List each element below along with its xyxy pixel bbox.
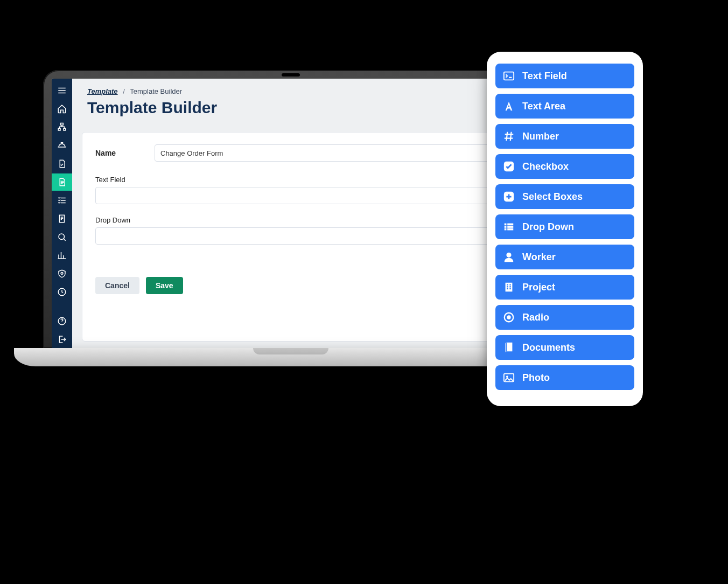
file-lines-icon	[57, 177, 67, 187]
save-button[interactable]: Save	[146, 277, 183, 294]
svg-point-5	[61, 272, 63, 274]
palette-item-plusbox[interactable]: Select Boxes	[495, 184, 634, 209]
palette-item-check[interactable]: Checkbox	[495, 154, 634, 179]
svg-rect-2	[64, 128, 66, 130]
sidebar-item-security[interactable]	[52, 265, 72, 282]
app-window: Template / Template Builder Template Bui…	[52, 79, 530, 348]
main-content: Template / Template Builder Template Bui…	[72, 79, 530, 348]
list-icon	[503, 221, 515, 233]
breadcrumb-current: Template Builder	[130, 87, 182, 95]
palette-item-label: Documents	[522, 342, 575, 353]
name-row: Name	[95, 144, 507, 162]
palette-item-list[interactable]: Drop Down	[495, 214, 634, 239]
clock-icon	[57, 287, 67, 297]
palette-item-label: Worker	[522, 252, 556, 263]
svg-point-4	[59, 234, 65, 240]
help-icon	[57, 316, 67, 326]
canvas-field[interactable]: Text Field	[95, 176, 507, 204]
breadcrumb-separator: /	[123, 87, 125, 95]
radio-icon	[503, 311, 515, 323]
plusbox-icon	[503, 191, 515, 203]
palette-item-user[interactable]: Worker	[495, 245, 634, 269]
page-header: Template / Template Builder Template Bui…	[72, 79, 530, 127]
search-icon	[57, 232, 67, 242]
sidebar-item-templates[interactable]	[52, 173, 72, 191]
laptop-base	[14, 348, 568, 366]
laptop-device: Template / Template Builder Template Bui…	[43, 70, 538, 366]
font-icon	[503, 100, 515, 112]
field-label: Drop Down	[95, 216, 507, 224]
shield-icon	[57, 269, 67, 279]
building-icon	[503, 281, 515, 293]
sidebar	[52, 79, 72, 348]
palette-item-label: Checkbox	[522, 161, 569, 172]
sidebar-item-reports[interactable]	[52, 210, 72, 227]
sidebar-item-safety[interactable]	[52, 137, 72, 154]
canvas-field[interactable]: Drop Down	[95, 216, 507, 245]
sidebar-item-history[interactable]	[52, 283, 72, 301]
logout-icon	[57, 335, 67, 344]
palette-item-label: Project	[522, 282, 555, 293]
hardhat-icon	[57, 141, 67, 150]
document-check-icon	[57, 159, 67, 169]
sidebar-item-tasks[interactable]	[52, 192, 72, 209]
palette-item-label: Number	[522, 131, 559, 142]
dropdown-field-input[interactable]	[95, 227, 507, 245]
palette-item-font[interactable]: Text Area	[495, 94, 634, 119]
sidebar-item-search[interactable]	[52, 228, 72, 246]
check-icon	[503, 161, 515, 172]
book-icon	[503, 342, 515, 353]
checklist-icon	[57, 196, 67, 205]
sidebar-item-analytics[interactable]	[52, 247, 72, 264]
breadcrumb-root-link[interactable]: Template	[87, 87, 118, 95]
palette-item-terminal[interactable]: Text Field	[495, 64, 634, 88]
field-palette: Text FieldText AreaNumberCheckboxSelect …	[487, 52, 643, 406]
menu-icon	[57, 86, 67, 95]
org-chart-icon	[57, 122, 67, 132]
palette-item-book[interactable]: Documents	[495, 335, 634, 360]
palette-item-label: Radio	[522, 312, 549, 323]
sidebar-item-logout[interactable]	[52, 331, 72, 348]
user-icon	[503, 251, 515, 263]
palette-item-hash[interactable]: Number	[495, 124, 634, 149]
palette-item-label: Text Area	[522, 101, 565, 112]
hash-icon	[503, 130, 515, 142]
sidebar-menu-toggle[interactable]	[52, 82, 72, 99]
builder-canvas: Name Text Field Drop Down Cancel Save	[82, 132, 520, 342]
svg-rect-1	[58, 128, 60, 130]
sidebar-item-help[interactable]	[52, 312, 72, 330]
palette-item-label: Photo	[522, 372, 550, 384]
palette-item-building[interactable]: Project	[495, 275, 634, 300]
laptop-bezel: Template / Template Builder Template Bui…	[43, 70, 538, 348]
cancel-button[interactable]: Cancel	[95, 277, 139, 294]
text-field-input[interactable]	[95, 187, 507, 204]
home-icon	[57, 104, 67, 114]
bar-chart-icon	[57, 251, 67, 260]
palette-item-radio[interactable]: Radio	[495, 305, 634, 330]
sidebar-item-home[interactable]	[52, 100, 72, 117]
palette-item-image[interactable]: Photo	[495, 365, 634, 390]
palette-item-label: Text Field	[522, 71, 567, 82]
sidebar-item-org[interactable]	[52, 119, 72, 136]
page-title: Template Builder	[87, 99, 515, 117]
report-icon	[57, 214, 67, 224]
sidebar-item-document[interactable]	[52, 155, 72, 172]
laptop-camera	[282, 73, 300, 77]
name-label: Name	[95, 149, 155, 157]
form-actions: Cancel Save	[95, 277, 507, 294]
breadcrumb: Template / Template Builder	[87, 87, 515, 95]
terminal-icon	[503, 70, 515, 82]
palette-item-label: Drop Down	[522, 221, 574, 233]
template-name-input[interactable]	[155, 144, 507, 162]
svg-rect-0	[61, 123, 64, 126]
field-label: Text Field	[95, 176, 507, 184]
palette-item-label: Select Boxes	[522, 191, 583, 203]
image-icon	[503, 372, 515, 384]
